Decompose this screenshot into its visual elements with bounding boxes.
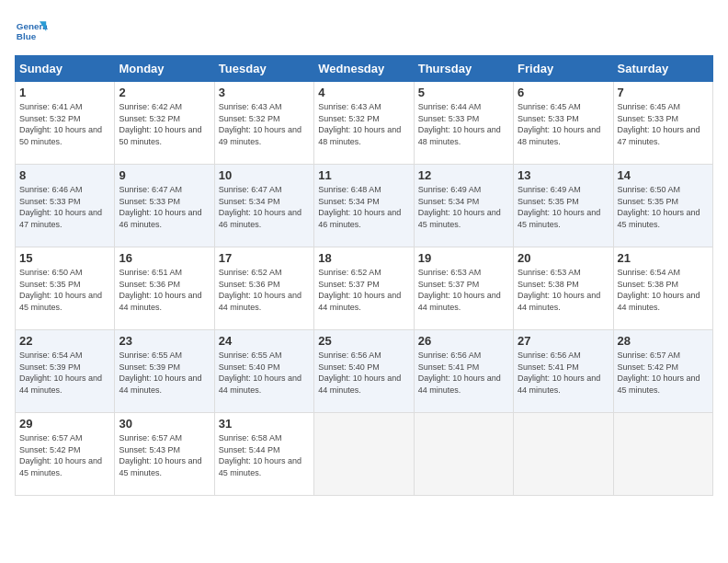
weekday-header-tuesday: Tuesday — [214, 56, 313, 82]
calendar-cell: 24 Sunrise: 6:55 AMSunset: 5:40 PMDaylig… — [214, 330, 313, 413]
day-info: Sunrise: 6:46 AMSunset: 5:33 PMDaylight:… — [19, 185, 102, 229]
calendar-table: SundayMondayTuesdayWednesdayThursdayFrid… — [15, 55, 713, 496]
day-info: Sunrise: 6:50 AMSunset: 5:35 PMDaylight:… — [618, 185, 700, 229]
calendar-cell: 6 Sunrise: 6:45 AMSunset: 5:33 PMDayligh… — [514, 82, 613, 165]
calendar-cell: 2 Sunrise: 6:42 AMSunset: 5:32 PMDayligh… — [115, 82, 214, 165]
calendar-cell: 30 Sunrise: 6:57 AMSunset: 5:43 PMDaylig… — [115, 413, 214, 496]
calendar-cell: 14 Sunrise: 6:50 AMSunset: 5:35 PMDaylig… — [613, 165, 712, 247]
day-info: Sunrise: 6:54 AMSunset: 5:38 PMDaylight:… — [618, 268, 700, 312]
weekday-header-thursday: Thursday — [414, 56, 513, 82]
day-info: Sunrise: 6:52 AMSunset: 5:36 PMDaylight:… — [219, 268, 301, 312]
calendar-cell: 25 Sunrise: 6:56 AMSunset: 5:40 PMDaylig… — [314, 330, 414, 413]
day-info: Sunrise: 6:45 AMSunset: 5:33 PMDaylight:… — [518, 102, 600, 146]
calendar-cell: 4 Sunrise: 6:43 AMSunset: 5:32 PMDayligh… — [314, 82, 414, 165]
calendar-cell: 13 Sunrise: 6:49 AMSunset: 5:35 PMDaylig… — [514, 165, 613, 247]
day-number: 12 — [418, 168, 509, 182]
day-number: 11 — [318, 168, 409, 182]
calendar-cell: 21 Sunrise: 6:54 AMSunset: 5:38 PMDaylig… — [613, 247, 712, 330]
day-info: Sunrise: 6:52 AMSunset: 5:37 PMDaylight:… — [318, 268, 401, 312]
day-info: Sunrise: 6:49 AMSunset: 5:34 PMDaylight:… — [418, 185, 501, 229]
calendar-cell: 1 Sunrise: 6:41 AMSunset: 5:32 PMDayligh… — [16, 82, 115, 165]
day-number: 1 — [19, 86, 110, 99]
day-number: 24 — [219, 334, 310, 348]
day-number: 4 — [318, 86, 409, 99]
calendar-cell: 31 Sunrise: 6:58 AMSunset: 5:44 PMDaylig… — [214, 413, 313, 496]
day-info: Sunrise: 6:47 AMSunset: 5:34 PMDaylight:… — [219, 185, 301, 229]
day-number: 19 — [418, 251, 509, 265]
day-info: Sunrise: 6:41 AMSunset: 5:32 PMDaylight:… — [19, 102, 102, 146]
day-info: Sunrise: 6:43 AMSunset: 5:32 PMDaylight:… — [318, 102, 401, 146]
day-number: 17 — [219, 251, 310, 265]
day-number: 18 — [318, 251, 409, 265]
day-number: 30 — [119, 417, 210, 431]
day-info: Sunrise: 6:57 AMSunset: 5:42 PMDaylight:… — [19, 433, 102, 477]
day-info: Sunrise: 6:51 AMSunset: 5:36 PMDaylight:… — [119, 268, 201, 312]
day-number: 6 — [518, 86, 609, 99]
calendar-week-3: 15 Sunrise: 6:50 AMSunset: 5:35 PMDaylig… — [16, 247, 713, 330]
calendar-cell — [514, 413, 613, 496]
calendar-week-5: 29 Sunrise: 6:57 AMSunset: 5:42 PMDaylig… — [16, 413, 713, 496]
day-number: 7 — [618, 86, 709, 99]
weekday-header-monday: Monday — [115, 56, 214, 82]
day-info: Sunrise: 6:56 AMSunset: 5:41 PMDaylight:… — [418, 350, 501, 395]
day-number: 9 — [119, 168, 210, 182]
calendar-cell: 26 Sunrise: 6:56 AMSunset: 5:41 PMDaylig… — [414, 330, 513, 413]
day-info: Sunrise: 6:44 AMSunset: 5:33 PMDaylight:… — [418, 102, 501, 146]
calendar-cell — [314, 413, 414, 496]
calendar-cell: 5 Sunrise: 6:44 AMSunset: 5:33 PMDayligh… — [414, 82, 513, 165]
svg-text:Blue: Blue — [17, 31, 37, 41]
calendar-cell: 3 Sunrise: 6:43 AMSunset: 5:32 PMDayligh… — [214, 82, 313, 165]
calendar-week-4: 22 Sunrise: 6:54 AMSunset: 5:39 PMDaylig… — [16, 330, 713, 413]
day-number: 31 — [219, 417, 310, 431]
calendar-cell: 20 Sunrise: 6:53 AMSunset: 5:38 PMDaylig… — [514, 247, 613, 330]
calendar-cell: 9 Sunrise: 6:47 AMSunset: 5:33 PMDayligh… — [115, 165, 214, 247]
calendar-cell: 12 Sunrise: 6:49 AMSunset: 5:34 PMDaylig… — [414, 165, 513, 247]
calendar-cell: 28 Sunrise: 6:57 AMSunset: 5:42 PMDaylig… — [613, 330, 712, 413]
day-number: 3 — [219, 86, 310, 99]
day-number: 23 — [119, 334, 210, 348]
weekday-header-saturday: Saturday — [613, 56, 712, 82]
page-header: General Blue — [15, 15, 713, 48]
calendar-cell: 15 Sunrise: 6:50 AMSunset: 5:35 PMDaylig… — [16, 247, 115, 330]
day-info: Sunrise: 6:57 AMSunset: 5:42 PMDaylight:… — [618, 350, 700, 395]
day-number: 5 — [418, 86, 509, 99]
day-info: Sunrise: 6:50 AMSunset: 5:35 PMDaylight:… — [19, 268, 102, 312]
calendar-cell — [613, 413, 712, 496]
logo-icon: General Blue — [15, 15, 48, 48]
day-number: 25 — [318, 334, 409, 348]
day-info: Sunrise: 6:43 AMSunset: 5:32 PMDaylight:… — [219, 102, 301, 146]
calendar-cell: 7 Sunrise: 6:45 AMSunset: 5:33 PMDayligh… — [613, 82, 712, 165]
calendar-cell — [414, 413, 513, 496]
day-number: 20 — [518, 251, 609, 265]
day-number: 28 — [618, 334, 709, 348]
calendar-cell: 11 Sunrise: 6:48 AMSunset: 5:34 PMDaylig… — [314, 165, 414, 247]
weekday-header-wednesday: Wednesday — [314, 56, 414, 82]
calendar-cell: 10 Sunrise: 6:47 AMSunset: 5:34 PMDaylig… — [214, 165, 313, 247]
calendar-cell: 19 Sunrise: 6:53 AMSunset: 5:37 PMDaylig… — [414, 247, 513, 330]
calendar-cell: 23 Sunrise: 6:55 AMSunset: 5:39 PMDaylig… — [115, 330, 214, 413]
day-number: 21 — [618, 251, 709, 265]
day-info: Sunrise: 6:53 AMSunset: 5:37 PMDaylight:… — [418, 268, 501, 312]
day-number: 16 — [119, 251, 210, 265]
calendar-cell: 8 Sunrise: 6:46 AMSunset: 5:33 PMDayligh… — [16, 165, 115, 247]
day-info: Sunrise: 6:55 AMSunset: 5:40 PMDaylight:… — [219, 350, 301, 395]
day-info: Sunrise: 6:54 AMSunset: 5:39 PMDaylight:… — [19, 350, 102, 395]
day-info: Sunrise: 6:56 AMSunset: 5:41 PMDaylight:… — [518, 350, 600, 395]
day-number: 27 — [518, 334, 609, 348]
day-info: Sunrise: 6:45 AMSunset: 5:33 PMDaylight:… — [618, 102, 700, 146]
calendar-cell: 27 Sunrise: 6:56 AMSunset: 5:41 PMDaylig… — [514, 330, 613, 413]
day-info: Sunrise: 6:47 AMSunset: 5:33 PMDaylight:… — [119, 185, 201, 229]
day-info: Sunrise: 6:57 AMSunset: 5:43 PMDaylight:… — [119, 433, 201, 477]
calendar-cell: 16 Sunrise: 6:51 AMSunset: 5:36 PMDaylig… — [115, 247, 214, 330]
calendar-week-1: 1 Sunrise: 6:41 AMSunset: 5:32 PMDayligh… — [16, 82, 713, 165]
day-info: Sunrise: 6:42 AMSunset: 5:32 PMDaylight:… — [119, 102, 201, 146]
weekday-header-sunday: Sunday — [16, 56, 115, 82]
day-info: Sunrise: 6:49 AMSunset: 5:35 PMDaylight:… — [518, 185, 600, 229]
day-number: 15 — [19, 251, 110, 265]
logo: General Blue — [15, 15, 48, 48]
day-number: 14 — [618, 168, 709, 182]
day-number: 26 — [418, 334, 509, 348]
header-row: SundayMondayTuesdayWednesdayThursdayFrid… — [16, 56, 713, 82]
calendar-cell: 29 Sunrise: 6:57 AMSunset: 5:42 PMDaylig… — [16, 413, 115, 496]
weekday-header-friday: Friday — [514, 56, 613, 82]
